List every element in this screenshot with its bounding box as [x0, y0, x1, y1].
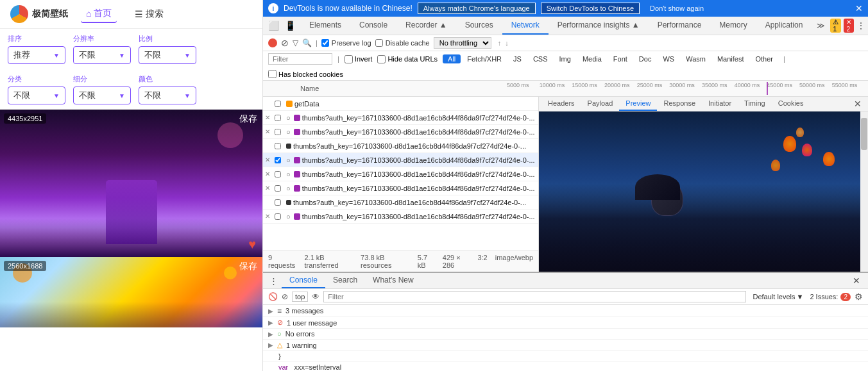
- filter-type-media[interactable]: Media: [577, 54, 607, 63]
- tab-console-bottom[interactable]: Console: [282, 273, 325, 288]
- console-group-user[interactable]: ▶ ⊘ 1 user message: [263, 317, 868, 329]
- tab-cookies[interactable]: Cookies: [772, 97, 810, 111]
- hide-data-urls-checkbox[interactable]: [377, 55, 386, 63]
- row-cb-9[interactable]: [272, 213, 284, 220]
- invert-checkbox[interactable]: [345, 55, 353, 63]
- preview-scrollbar[interactable]: [860, 111, 868, 272]
- settings-icon[interactable]: ⋮: [856, 21, 865, 31]
- tab-timing[interactable]: Timing: [738, 97, 772, 111]
- wallpaper-item-2[interactable]: 2560x1688 保存: [0, 257, 262, 327]
- console-group-messages[interactable]: ▶ ≡ 3 messages: [263, 305, 868, 317]
- filter-type-font[interactable]: Font: [608, 54, 633, 63]
- network-row-thumb-6[interactable]: ✕ ○ thumbs?auth_key=1671033600-d8d1ae16c…: [263, 181, 538, 195]
- preserve-log-label[interactable]: Preserve log: [321, 39, 371, 47]
- network-row-thumb-7[interactable]: thumbs?auth_key=1671033600-d8d1ae16cb8d4…: [263, 195, 538, 210]
- tab-search-bottom[interactable]: Search: [325, 273, 365, 288]
- tab-performance-insights[interactable]: Performance insights ▲: [549, 17, 649, 35]
- network-row-thumb-selected[interactable]: ✕ ○ thumbs?auth_key=1671033600-d8d1ae16c…: [263, 153, 538, 167]
- network-row-thumb-5[interactable]: ✕ ○ thumbs?auth_key=1671033600-d8d1ae16c…: [263, 167, 538, 181]
- sort-select[interactable]: 推荐 ▼: [8, 46, 65, 64]
- console-filter-input[interactable]: [323, 291, 746, 302]
- nav-search[interactable]: ☰ 搜索: [130, 6, 169, 22]
- has-blocked-checkbox[interactable]: [268, 70, 277, 78]
- network-row-thumb-1[interactable]: ✕ ○ thumbs?auth_key=1671033600-d8d1ae16c…: [263, 111, 538, 125]
- eye-icon[interactable]: 👁: [312, 292, 319, 301]
- wallpaper-1-save[interactable]: 保存: [239, 113, 257, 125]
- tab-whats-new[interactable]: What's New: [365, 273, 421, 288]
- filter-type-ws[interactable]: WS: [658, 54, 679, 63]
- row-cb-7[interactable]: [272, 185, 284, 192]
- disable-cache-checkbox[interactable]: [375, 39, 383, 47]
- network-row-getData[interactable]: getData: [263, 97, 538, 111]
- filter-type-css[interactable]: CSS: [528, 54, 553, 63]
- filter-toggle-icon[interactable]: ▽: [293, 38, 298, 47]
- network-row-thumb-2[interactable]: ✕ ○ thumbs?auth_key=1671033600-d8d1ae16c…: [263, 125, 538, 139]
- hide-data-urls-label[interactable]: Hide data URLs: [377, 55, 438, 63]
- tab-response[interactable]: Response: [657, 97, 702, 111]
- throttle-select[interactable]: No throttling: [434, 37, 491, 49]
- console-top-label[interactable]: top: [292, 292, 308, 302]
- stop-icon[interactable]: ⊘: [281, 38, 289, 48]
- console-stop-icon[interactable]: ⊘: [282, 292, 288, 301]
- row-cb-4[interactable]: [272, 143, 284, 149]
- filter-type-doc[interactable]: Doc: [634, 54, 657, 63]
- filter-type-js[interactable]: JS: [508, 54, 527, 63]
- console-drag-icon[interactable]: ⋮: [266, 274, 282, 288]
- btn-dont-show[interactable]: Don't show again: [645, 3, 709, 13]
- btn-switch-devtools[interactable]: Switch DevTools to Chinese: [541, 3, 640, 14]
- filter-type-all[interactable]: All: [443, 54, 461, 63]
- btn-always-match[interactable]: Always match Chrome's language: [418, 3, 536, 14]
- invert-label[interactable]: Invert: [345, 55, 373, 63]
- expand-user-icon[interactable]: ▶: [268, 319, 273, 326]
- preserve-log-checkbox[interactable]: [321, 39, 329, 47]
- tab-payload[interactable]: Payload: [581, 97, 620, 111]
- scrollbar-thumb[interactable]: [861, 118, 867, 150]
- wallpaper-item-1[interactable]: 4435x2951 保存 ♥: [0, 110, 262, 257]
- tab-console[interactable]: Console: [350, 17, 396, 35]
- ratio-select[interactable]: 不限 ▼: [139, 46, 196, 64]
- tab-network[interactable]: Network: [502, 17, 549, 35]
- filter-type-other[interactable]: Other: [751, 54, 779, 63]
- record-btn[interactable]: [268, 38, 277, 47]
- filter-type-manifest[interactable]: Manifest: [712, 54, 749, 63]
- console-group-errors[interactable]: ▶ ○ No errors: [263, 329, 868, 340]
- row-cb-6[interactable]: [272, 171, 284, 177]
- filter-type-img[interactable]: Img: [554, 54, 576, 63]
- row-cb-5[interactable]: [272, 157, 284, 163]
- tab-sources[interactable]: Sources: [456, 17, 502, 35]
- inspect-tool-btn[interactable]: ⬜: [266, 18, 281, 33]
- network-search-icon[interactable]: 🔍: [302, 38, 312, 47]
- network-row-thumb-3[interactable]: thumbs?auth_key=1671033600-d8d1ae16cb8d4…: [263, 139, 538, 153]
- wallpaper-2-save[interactable]: 保存: [239, 261, 257, 272]
- default-levels-select[interactable]: Default levels ▼: [750, 292, 806, 301]
- console-clear-icon[interactable]: 🚫: [268, 292, 278, 301]
- expand-messages-icon[interactable]: ▶: [268, 308, 273, 315]
- nav-home[interactable]: ⌂ 首页: [81, 5, 117, 23]
- filter-type-wasm[interactable]: Wasm: [681, 54, 711, 63]
- category-select[interactable]: 不限 ▼: [8, 87, 65, 104]
- wallpaper-1-heart[interactable]: ♥: [248, 237, 256, 252]
- tab-performance[interactable]: Performance: [649, 17, 711, 35]
- expand-errors-icon[interactable]: ▶: [268, 331, 273, 338]
- console-group-warnings[interactable]: ▶ △ 1 warning: [263, 340, 868, 351]
- row-cb-2[interactable]: [272, 115, 284, 121]
- resolution-select[interactable]: 不限 ▼: [73, 46, 131, 64]
- filter-type-fetch[interactable]: Fetch/XHR: [462, 54, 507, 63]
- tab-elements[interactable]: Elements: [300, 17, 350, 35]
- filter-input[interactable]: [268, 53, 332, 65]
- color-select[interactable]: 不限 ▼: [139, 87, 196, 104]
- tab-initiator[interactable]: Initiator: [702, 97, 738, 111]
- expand-warnings-icon[interactable]: ▶: [268, 342, 273, 349]
- tab-recorder[interactable]: Recorder ▲: [396, 17, 456, 35]
- tab-application[interactable]: Application: [756, 17, 812, 35]
- console-settings-icon[interactable]: ⚙: [855, 292, 863, 302]
- preview-close-icon[interactable]: ✕: [850, 97, 865, 110]
- more-tabs-btn[interactable]: ≫: [812, 17, 830, 34]
- row-cb-3[interactable]: [272, 129, 284, 135]
- console-close-icon[interactable]: ✕: [847, 274, 865, 287]
- tab-memory[interactable]: Memory: [710, 17, 756, 35]
- row-checkbox[interactable]: [272, 101, 284, 107]
- row-cb-8[interactable]: [272, 199, 284, 206]
- tab-headers[interactable]: Headers: [541, 97, 581, 111]
- device-tool-btn[interactable]: 📱: [282, 18, 298, 33]
